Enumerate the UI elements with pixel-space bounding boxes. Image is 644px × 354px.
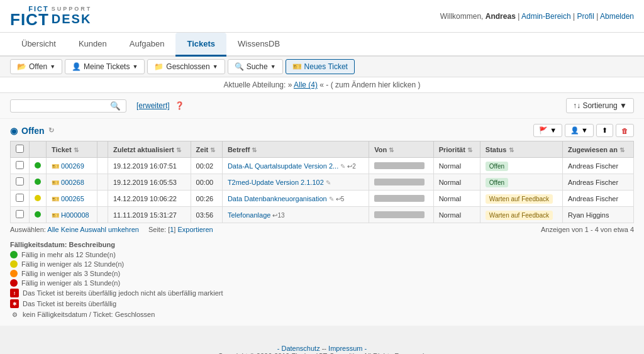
col-subject[interactable]: Betreff ⇅ — [222, 141, 369, 158]
subject-link[interactable]: Telefonanlage — [228, 211, 271, 219]
extended-search-link[interactable]: [erweitert] — [136, 101, 170, 110]
nav-tab-aufgaben[interactable]: Aufgaben — [118, 33, 176, 57]
ticket-icon: 🎫 — [52, 212, 59, 219]
search-input[interactable] — [14, 101, 109, 110]
legend-text-7: kein Fälligkeitsdatum / Ticket: Geschlos… — [23, 311, 155, 318]
row-from-cell — [369, 158, 433, 174]
row-checkbox-cell — [11, 174, 30, 191]
table-footer: Auswählen: Alle Keine Auswahl umkehren S… — [10, 226, 634, 233]
delete-button[interactable]: 🗑 — [616, 124, 634, 137]
toolbar: 📂 Offen ▼ 👤 Meine Tickets ▼ 📁 Geschlosse… — [0, 57, 644, 77]
refresh-icon[interactable]: ↻ — [48, 126, 54, 135]
row-dot-cell — [30, 174, 47, 191]
col-time[interactable]: Zeit ⇅ — [191, 141, 222, 158]
row-date-cell: 19.12.2019 16:07:51 — [108, 158, 191, 174]
meine-tickets-button[interactable]: 👤 Meine Tickets ▼ — [65, 59, 145, 74]
col-status[interactable]: Status ⇅ — [480, 141, 562, 158]
folder-icon: 📂 — [17, 62, 26, 71]
offen-label: Offen — [29, 62, 47, 71]
subject-link[interactable]: Data-AL Quartalsupdate Version 2... — [228, 162, 338, 170]
col-from[interactable]: Von ⇅ — [369, 141, 433, 158]
subject-link[interactable]: Data Datenbankneuorganisation — [228, 195, 327, 202]
neues-ticket-button[interactable]: 🎫 Neues Ticket — [286, 59, 355, 74]
row-dot-cell — [30, 207, 47, 223]
legend-text-6: Das Ticket ist bereits überfällig — [23, 300, 116, 307]
col-priority[interactable]: Priorität ⇅ — [433, 141, 480, 158]
row-checkbox[interactable] — [16, 194, 24, 202]
page-1-link[interactable]: 1 — [170, 226, 174, 233]
logout-link[interactable]: Abmelden — [600, 12, 634, 21]
ticket-link[interactable]: H000008 — [61, 211, 89, 219]
row-checkbox[interactable] — [16, 210, 24, 218]
select-none-link[interactable]: Keine — [61, 226, 79, 233]
select-all-checkbox[interactable] — [16, 145, 24, 153]
offen-button[interactable]: 📂 Offen ▼ — [10, 59, 62, 74]
edit-icon[interactable]: ✎ — [340, 163, 345, 170]
legend-item-1: Fällig in mehr als 12 Stunde(n) — [10, 251, 634, 258]
col-assigned[interactable]: Zugewiesen an ⇅ — [563, 141, 634, 158]
row-status-cell: Offen — [480, 158, 562, 174]
col-checkbox — [11, 141, 30, 158]
ticket-link[interactable]: 000269 — [61, 162, 84, 170]
legend-item-7: ⚙ kein Fälligkeitsdatum / Ticket: Geschl… — [10, 310, 634, 319]
row-time-cell: 00:00 — [191, 174, 222, 191]
status-badge: Offen — [486, 178, 508, 187]
main-nav: Übersicht Kunden Aufgaben Tickets Wissen… — [0, 33, 644, 57]
flag-button[interactable]: 🚩 ▼ — [533, 124, 562, 137]
row-status-cell: Offen — [480, 174, 562, 191]
legend-dot-yellow — [10, 260, 18, 268]
legend-item-5: ! Das Ticket ist bereits überfällig jedo… — [10, 289, 634, 297]
col-ticket[interactable]: Ticket ⇅ — [47, 141, 97, 158]
row-assigned-cell: Andreas Fischer — [563, 174, 634, 191]
legend-text-3: Fällig in weniger als 3 Stunde(n) — [21, 270, 120, 277]
select-label: Auswählen: — [10, 226, 47, 233]
nav-tab-kunden[interactable]: Kunden — [67, 33, 118, 57]
status-dot — [35, 179, 41, 185]
ticket-table: Ticket ⇅ Zuletzt aktualisiert ⇅ Zeit ⇅ B… — [10, 141, 634, 223]
status-dot — [35, 162, 41, 169]
caret-icon2: ▼ — [132, 64, 138, 70]
edit-icon[interactable]: ✎ — [329, 196, 334, 202]
row-from-cell — [369, 207, 433, 223]
col-status-dot — [30, 141, 47, 158]
row-checkbox[interactable] — [16, 177, 24, 185]
from-blurred — [374, 211, 425, 218]
section-icon: ◉ — [10, 126, 18, 136]
nav-tab-ubersicht[interactable]: Übersicht — [10, 33, 67, 57]
ticket-icon: 🎫 — [52, 196, 59, 202]
status-text: Aktuelle Abteilung: » Alle (4) « - ( zum… — [224, 80, 421, 89]
geschlossen-button[interactable]: 📁 Geschlossen ▼ — [147, 59, 225, 74]
select-invert-link[interactable]: Auswahl umkehren — [80, 226, 139, 233]
row-status-cell: Warten auf Feedback — [480, 207, 562, 223]
nav-tab-tickets[interactable]: Tickets — [175, 33, 226, 57]
edit-icon[interactable]: ✎ — [326, 179, 331, 186]
logo-support: SUPPORT — [52, 6, 92, 12]
row-date-cell: 19.12.2019 16:05:53 — [108, 174, 191, 191]
assign-button[interactable]: 👤 ▼ — [565, 124, 594, 137]
profile-link[interactable]: Profil — [577, 12, 594, 21]
impressum-link[interactable]: Impressum - — [328, 345, 367, 352]
admin-link[interactable]: Admin-Bereich — [521, 12, 571, 21]
row-from-cell — [369, 191, 433, 207]
row-date-cell: 11.11.2019 15:31:27 — [108, 207, 191, 223]
legend-dot-green — [10, 251, 18, 258]
select-all-link[interactable]: Alle — [47, 226, 58, 233]
subject-link[interactable]: T2med-Update Version 2.1.102 — [228, 179, 324, 186]
col-date[interactable]: Zuletzt aktualisiert ⇅ — [108, 141, 191, 158]
ticket-link[interactable]: 000268 — [61, 179, 84, 186]
abteilung-link[interactable]: Alle (4) — [294, 80, 318, 89]
row-ticket-cell: 🎫 H000008 — [47, 207, 97, 223]
ticket-link[interactable]: 000265 — [61, 195, 84, 202]
nav-tab-wissensdb[interactable]: WissensDB — [226, 33, 291, 57]
sort-button[interactable]: ↑↓ Sortierung ▼ — [566, 98, 634, 113]
meine-tickets-label: Meine Tickets — [84, 62, 130, 71]
export-link[interactable]: Exportieren — [177, 226, 213, 233]
row-checkbox[interactable] — [16, 161, 24, 169]
from-blurred — [374, 162, 425, 169]
export-section-button[interactable]: ⬆ — [596, 124, 613, 137]
suche-button[interactable]: 🔍 Suche ▼ — [228, 59, 283, 74]
legend: Fälligkeitsdatum: Beschreibung Fällig in… — [10, 241, 634, 319]
search-submit-button[interactable]: 🔍 — [109, 101, 122, 111]
datenschutz-link[interactable]: - Datenschutz — [277, 345, 320, 352]
legend-dot-orange — [10, 270, 18, 277]
